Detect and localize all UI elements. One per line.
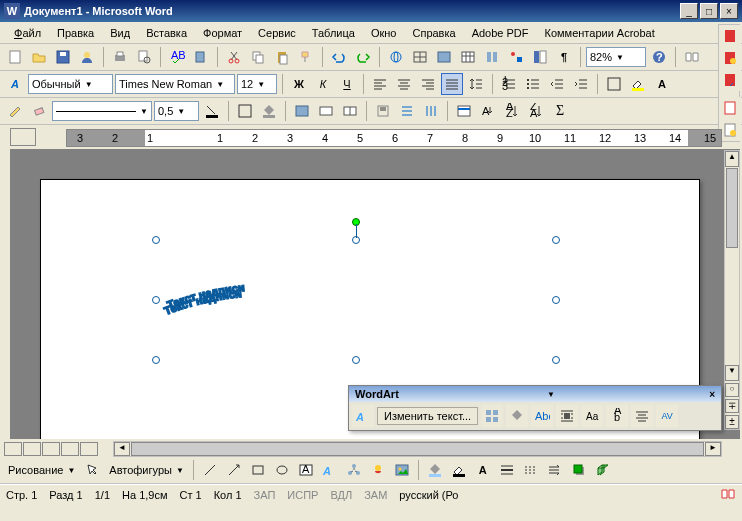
- web-view-button[interactable]: [23, 442, 41, 456]
- print-preview-button[interactable]: [133, 46, 155, 68]
- line-style-button[interactable]: [496, 459, 518, 481]
- adobe-pdf-button[interactable]: [719, 25, 741, 47]
- cut-button[interactable]: [223, 46, 245, 68]
- adobe-comment-button[interactable]: [719, 47, 741, 69]
- oval-button[interactable]: [271, 459, 293, 481]
- undo-button[interactable]: [328, 46, 350, 68]
- wordart-spacing-button[interactable]: AV: [656, 405, 678, 427]
- outline-view-button[interactable]: [61, 442, 79, 456]
- shading-button[interactable]: [258, 100, 280, 122]
- spelling-button[interactable]: ABC: [166, 46, 188, 68]
- split-cells-button[interactable]: [339, 100, 361, 122]
- wordart-same-height-button[interactable]: Aa: [581, 405, 603, 427]
- dash-style-button[interactable]: [520, 459, 542, 481]
- show-marks-button[interactable]: ¶: [553, 46, 575, 68]
- zoom-dropdown[interactable]: 82%▼: [586, 47, 646, 67]
- style-dropdown[interactable]: Обычный▼: [28, 74, 113, 94]
- lineweight-dropdown[interactable]: 0,5▼: [154, 101, 199, 121]
- normal-view-button[interactable]: [4, 442, 22, 456]
- wordart-floating-toolbar[interactable]: WordArt ▼ × A Изменить текст... Abc Aa A…: [348, 385, 722, 431]
- menu-adobe[interactable]: Adobe PDF: [464, 25, 537, 41]
- align-left-button[interactable]: [369, 73, 391, 95]
- wordart-button[interactable]: A: [319, 459, 341, 481]
- highlight-button[interactable]: [627, 73, 649, 95]
- menu-insert[interactable]: Вставка: [138, 25, 195, 41]
- fill-color-button[interactable]: [424, 459, 446, 481]
- border-color-button[interactable]: [201, 100, 223, 122]
- status-rec[interactable]: ЗАП: [254, 489, 276, 501]
- draw-table-button[interactable]: [4, 100, 26, 122]
- distribute-rows-button[interactable]: [396, 100, 418, 122]
- status-ext[interactable]: ВДЛ: [330, 489, 352, 501]
- horizontal-scrollbar[interactable]: ◄ ►: [113, 441, 722, 457]
- new-button[interactable]: [4, 46, 26, 68]
- drawing-menu[interactable]: Рисование▼: [4, 460, 79, 480]
- read-mode-button[interactable]: [681, 46, 703, 68]
- distribute-cols-button[interactable]: [420, 100, 442, 122]
- decrease-indent-button[interactable]: [546, 73, 568, 95]
- status-book-icon[interactable]: [720, 486, 736, 504]
- eraser-button[interactable]: [28, 100, 50, 122]
- styles-pane-button[interactable]: A: [4, 73, 26, 95]
- bullets-button[interactable]: [522, 73, 544, 95]
- picture-button[interactable]: [391, 459, 413, 481]
- line-button[interactable]: [199, 459, 221, 481]
- save-button[interactable]: [52, 46, 74, 68]
- permissions-button[interactable]: [76, 46, 98, 68]
- wordart-insert-button[interactable]: A: [352, 405, 374, 427]
- format-painter-button[interactable]: [295, 46, 317, 68]
- underline-button[interactable]: Ч: [336, 73, 358, 95]
- doc-map-button[interactable]: [529, 46, 551, 68]
- adobe-review-button[interactable]: [719, 97, 741, 119]
- wordart-wrap-button[interactable]: [556, 405, 578, 427]
- print-view-button[interactable]: [42, 442, 60, 456]
- textbox-button[interactable]: A: [295, 459, 317, 481]
- size-dropdown[interactable]: 12▼: [237, 74, 277, 94]
- linestyle-dropdown[interactable]: ▼: [52, 101, 152, 121]
- tables-borders-button[interactable]: [409, 46, 431, 68]
- adobe-send-button[interactable]: [719, 69, 741, 91]
- columns-button[interactable]: [481, 46, 503, 68]
- redo-button[interactable]: [352, 46, 374, 68]
- line-color-button[interactable]: [448, 459, 470, 481]
- arrow-button[interactable]: [223, 459, 245, 481]
- menu-tools[interactable]: Сервис: [250, 25, 304, 41]
- minimize-button[interactable]: _: [680, 3, 698, 19]
- font-dropdown[interactable]: Times New Roman▼: [115, 74, 235, 94]
- reading-view-button[interactable]: [80, 442, 98, 456]
- hyperlink-button[interactable]: [385, 46, 407, 68]
- print-button[interactable]: [109, 46, 131, 68]
- rectangle-button[interactable]: [247, 459, 269, 481]
- text-direction-button[interactable]: A: [477, 100, 499, 122]
- italic-button[interactable]: К: [312, 73, 334, 95]
- outside-border-button[interactable]: [234, 100, 256, 122]
- text-color-button[interactable]: A: [472, 459, 494, 481]
- paste-button[interactable]: [271, 46, 293, 68]
- close-button[interactable]: ×: [720, 3, 738, 19]
- wordart-toolbar-options[interactable]: ▼: [547, 390, 555, 399]
- horizontal-ruler[interactable]: 321 123 456 789 101112 131415: [66, 129, 722, 147]
- wordart-toolbar-close[interactable]: ×: [709, 389, 715, 400]
- menu-table[interactable]: Таблица: [304, 25, 363, 41]
- arrow-style-button[interactable]: [544, 459, 566, 481]
- menu-format[interactable]: Формат: [195, 25, 250, 41]
- numbering-button[interactable]: 123: [498, 73, 520, 95]
- menu-file[interactable]: Файл: [6, 25, 49, 41]
- menu-view[interactable]: Вид: [102, 25, 138, 41]
- copy-button[interactable]: [247, 46, 269, 68]
- autoformat-button[interactable]: [453, 100, 475, 122]
- wordart-shape-button[interactable]: Abc: [531, 405, 553, 427]
- sort-desc-button[interactable]: ZA: [525, 100, 547, 122]
- 3d-button[interactable]: [592, 459, 614, 481]
- bold-button[interactable]: Ж: [288, 73, 310, 95]
- ruler-corner[interactable]: [10, 128, 36, 146]
- autosum-button[interactable]: Σ: [549, 100, 571, 122]
- sort-asc-button[interactable]: AZ: [501, 100, 523, 122]
- menu-acrobat[interactable]: Комментарии Acrobat: [537, 25, 663, 41]
- wordart-gallery-button[interactable]: [481, 405, 503, 427]
- font-color-button[interactable]: A: [651, 73, 673, 95]
- align-center-button[interactable]: [393, 73, 415, 95]
- align-right-button[interactable]: [417, 73, 439, 95]
- wordart-edit-text-button[interactable]: Изменить текст...: [377, 407, 478, 425]
- wordart-toolbar-header[interactable]: WordArt ▼ ×: [349, 386, 721, 402]
